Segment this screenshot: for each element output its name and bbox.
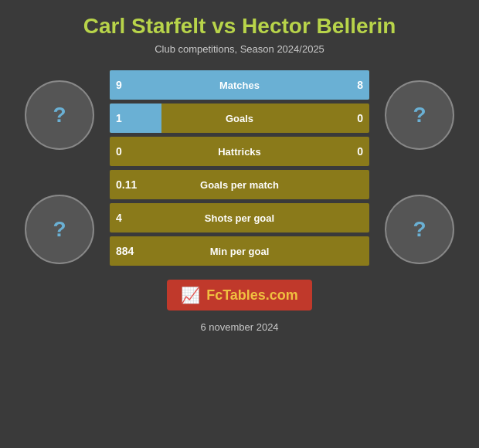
subtitle: Club competitions, Season 2024/2025 [155,43,324,55]
left-avatars: ? ? [15,73,104,264]
mpg-value-left: 884 [116,245,134,257]
goals-value-left: 1 [116,112,122,124]
stat-row-mpg: 884 Min per goal [110,236,369,266]
stat-bar-mpg: 884 Min per goal [110,236,369,266]
stat-row-hattricks: 0 Hattricks 0 [110,137,369,166]
matches-value-left: 9 [116,79,122,91]
gpm-value-left: 0.11 [116,178,137,191]
left-avatar-bottom: ? [25,195,94,264]
stat-bar-goals: 1 Goals 0 [110,104,369,133]
watermark-icon: 📈 [181,286,200,304]
gpm-label: Goals per match [200,179,279,191]
left-avatar-top: ? [25,80,94,150]
right-avatar-top-icon: ? [413,103,426,127]
spg-value-left: 4 [116,212,122,224]
goals-value-right: 0 [357,112,363,124]
matches-label: Matches [219,80,260,91]
goals-label: Goals [226,113,253,124]
right-avatar-top: ? [385,80,454,150]
watermark-text: FcTables.com [206,287,298,304]
right-avatar-bottom-icon: ? [413,217,426,242]
stats-container: 9 Matches 8 1 Goals 0 0 Hattricks 0 [110,70,369,266]
date-label: 6 november 2024 [200,321,278,333]
watermark-suffix: Tables.com [223,287,298,303]
stat-bar-spg: 4 Shots per goal [110,203,369,232]
right-avatar-bottom: ? [385,195,454,264]
left-avatar-top-icon: ? [53,103,66,127]
stat-row-goals: 1 Goals 0 [110,104,369,133]
matches-value-right: 8 [357,79,363,91]
watermark-prefix: Fc [206,287,223,303]
matches-fill-right [247,70,369,100]
stat-row-gpm: 0.11 Goals per match [110,170,369,199]
stat-row-spg: 4 Shots per goal [110,203,369,232]
stat-bar-hattricks: 0 Hattricks 0 [110,137,369,166]
hattricks-value-left: 0 [116,145,122,158]
spg-label: Shots per goal [205,212,274,224]
hattricks-label: Hattricks [218,146,261,158]
mpg-label: Min per goal [210,246,270,257]
watermark: 📈 FcTables.com [167,280,312,311]
page-title: Carl Starfelt vs Hector Bellerin [83,14,396,39]
stat-bar-matches: 9 Matches 8 [110,70,369,100]
left-avatar-bottom-icon: ? [53,217,66,242]
hattricks-value-right: 0 [357,145,363,158]
stat-bar-gpm: 0.11 Goals per match [110,170,369,199]
right-avatars: ? ? [375,73,464,264]
stat-row-matches: 9 Matches 8 [110,70,369,100]
comparison-layout: ? ? 9 Matches 8 1 Goals 0 [15,70,464,266]
